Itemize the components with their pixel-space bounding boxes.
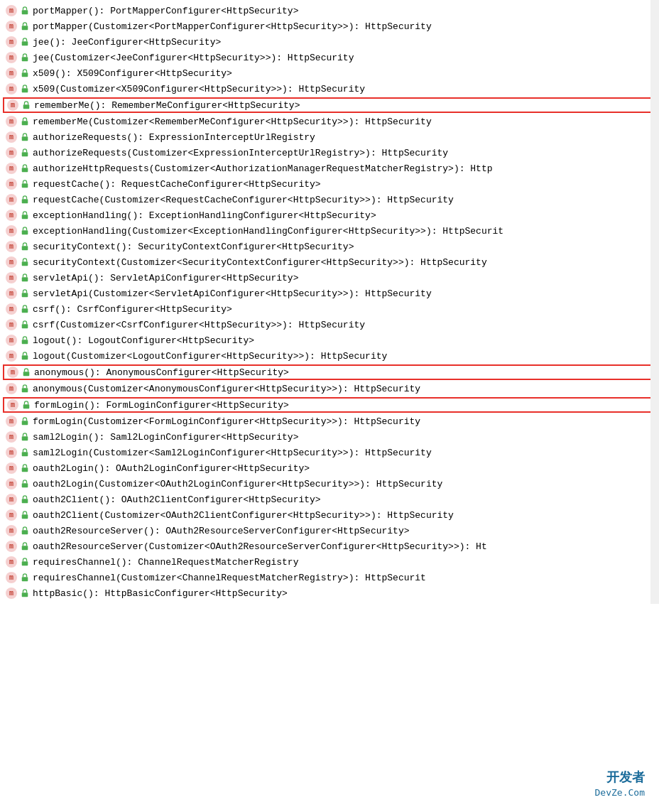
list-item[interactable]: m x509(Customizer<X509Configurer<HttpSec…: [0, 81, 659, 97]
lock-icon: [20, 210, 30, 220]
lock-icon: [20, 494, 30, 504]
list-item[interactable]: m oauth2ResourceServer(): OAuth2Resource…: [0, 523, 659, 538]
list-item[interactable]: m saml2Login(Customizer<Saml2LoginConfig…: [0, 445, 659, 460]
list-item[interactable]: m securityContext(Customizer<SecurityCon…: [0, 254, 659, 270]
item-text: rememberMe(): RememberMeConfigurer<HttpS…: [34, 100, 300, 111]
svg-rect-11: [22, 183, 28, 188]
svg-rect-37: [22, 592, 28, 597]
list-item[interactable]: m requiresChannel(Customizer<ChannelRequ…: [0, 570, 659, 585]
method-badge: m: [6, 163, 17, 174]
list-item[interactable]: m x509(): X509Configurer<HttpSecurity>: [0, 65, 659, 81]
svg-rect-12: [22, 199, 28, 203]
method-badge: m: [7, 99, 18, 111]
item-text: saml2Login(Customizer<Saml2LoginConfigur…: [33, 448, 432, 458]
svg-rect-21: [22, 340, 28, 344]
list-item[interactable]: m jee(): JeeConfigurer<HttpSecurity>: [0, 34, 659, 50]
item-text: servletApi(Customizer<ServletApiConfigur…: [33, 288, 432, 299]
lock-icon: [20, 416, 30, 426]
lock-icon: [20, 132, 30, 142]
svg-rect-28: [22, 452, 28, 456]
list-item[interactable]: m rememberMe(): RememberMeConfigurer<Htt…: [3, 97, 656, 113]
method-badge: m: [6, 462, 17, 474]
list-item[interactable]: m oauth2Login(): OAuth2LoginConfigurer<H…: [0, 460, 659, 476]
lock-icon: [20, 304, 30, 314]
list-item[interactable]: m formLogin(): FormLoginConfigurer<HttpS…: [3, 397, 656, 413]
lock-icon: [20, 384, 30, 394]
list-item[interactable]: m servletApi(): ServletApiConfigurer<Htt…: [0, 270, 659, 286]
method-badge: m: [6, 225, 17, 237]
svg-rect-2: [22, 41, 28, 45]
list-item[interactable]: m anonymous(): AnonymousConfigurer<HttpS…: [3, 364, 656, 380]
lock-icon: [20, 242, 30, 251]
svg-rect-27: [22, 436, 28, 440]
list-item[interactable]: m logout(): LogoutConfigurer<HttpSecurit…: [0, 332, 659, 348]
svg-rect-34: [22, 546, 28, 550]
list-item[interactable]: m securityContext(): SecurityContextConf…: [0, 239, 659, 254]
item-text: authorizeRequests(): ExpressionIntercept…: [33, 132, 315, 143]
list-item[interactable]: m oauth2ResourceServer(Customizer<OAuth2…: [0, 538, 659, 554]
svg-rect-15: [22, 246, 28, 250]
scrollbar[interactable]: [650, 0, 659, 604]
method-badge: m: [6, 416, 17, 427]
method-badge: m: [6, 335, 17, 346]
method-badge: m: [6, 178, 17, 190]
method-badge: m: [6, 509, 17, 521]
method-badge: m: [6, 256, 17, 268]
method-badge: m: [6, 541, 17, 552]
lock-icon: [21, 367, 31, 377]
method-badge: m: [6, 147, 17, 158]
item-text: csrf(): CsrfConfigurer<HttpSecurity>: [33, 304, 232, 315]
list-item[interactable]: m portMapper(): PortMapperConfigurer<Htt…: [0, 3, 659, 18]
list-item[interactable]: m saml2Login(): Saml2LoginConfigurer<Htt…: [0, 429, 659, 445]
list-item[interactable]: m oauth2Login(Customizer<OAuth2LoginConf…: [0, 476, 659, 492]
svg-rect-14: [22, 230, 28, 234]
list-item[interactable]: m oauth2Client(): OAuth2ClientConfigurer…: [0, 492, 659, 507]
item-text: oauth2Client(): OAuth2ClientConfigurer<H…: [33, 494, 321, 505]
method-badge: m: [6, 210, 17, 221]
item-text: anonymous(): AnonymousConfigurer<HttpSec…: [34, 367, 289, 378]
item-text: authorizeRequests(Customizer<ExpressionI…: [33, 148, 448, 158]
list-item[interactable]: m requestCache(): RequestCacheConfigurer…: [0, 176, 659, 192]
svg-rect-3: [22, 57, 28, 61]
list-item[interactable]: m portMapper(Customizer<PortMapperConfig…: [0, 18, 659, 34]
list-item[interactable]: m logout(Customizer<LogoutConfigurer<Htt…: [0, 348, 659, 364]
list-item[interactable]: m anonymous(Customizer<AnonymousConfigur…: [0, 381, 659, 396]
method-badge: m: [6, 194, 17, 205]
svg-rect-16: [22, 261, 28, 266]
svg-rect-8: [22, 136, 28, 141]
list-item[interactable]: m exceptionHandling(): ExceptionHandling…: [0, 207, 659, 223]
svg-rect-20: [22, 324, 28, 328]
item-text: x509(Customizer<X509Configurer<HttpSecur…: [33, 84, 365, 94]
list-item[interactable]: m authorizeRequests(Customizer<Expressio…: [0, 145, 659, 161]
method-badge: m: [6, 572, 17, 583]
list-item[interactable]: m requiresChannel(): ChannelRequestMatch…: [0, 554, 659, 570]
method-badge: m: [6, 525, 17, 536]
list-item[interactable]: m requestCache(Customizer<RequestCacheCo…: [0, 192, 659, 207]
method-badge: m: [6, 556, 17, 568]
list-item[interactable]: m jee(Customizer<JeeConfigurer<HttpSecur…: [0, 50, 659, 65]
svg-rect-9: [22, 152, 28, 156]
method-badge: m: [6, 447, 17, 458]
lock-icon: [20, 226, 30, 236]
list-item[interactable]: m formLogin(Customizer<FormLoginConfigur…: [0, 413, 659, 429]
item-text: securityContext(Customizer<SecurityConte…: [33, 257, 487, 268]
list-item[interactable]: m oauth2Client(Customizer<OAuth2ClientCo…: [0, 507, 659, 523]
svg-rect-24: [22, 388, 28, 392]
list-item[interactable]: m csrf(): CsrfConfigurer<HttpSecurity>: [0, 301, 659, 317]
lock-icon: [20, 573, 30, 583]
svg-rect-4: [22, 72, 28, 77]
watermark-top: 开发者: [606, 769, 645, 786]
lock-icon: [20, 288, 30, 298]
method-badge: m: [6, 116, 17, 127]
list-item[interactable]: m servletApi(Customizer<ServletApiConfig…: [0, 286, 659, 301]
list-item[interactable]: m authorizeHttpRequests(Customizer<Autho…: [0, 161, 659, 176]
lock-icon: [20, 273, 30, 283]
list-item[interactable]: m rememberMe(Customizer<RememberMeConfig…: [0, 114, 659, 129]
list-item[interactable]: m httpBasic(): HttpBasicConfigurer<HttpS…: [0, 585, 659, 601]
list-item[interactable]: m authorizeRequests(): ExpressionInterce…: [0, 129, 659, 145]
list-item[interactable]: m csrf(Customizer<CsrfConfigurer<HttpSec…: [0, 317, 659, 332]
svg-rect-26: [22, 421, 28, 425]
item-text: x509(): X509Configurer<HttpSecurity>: [33, 68, 232, 79]
list-item[interactable]: m exceptionHandling(Customizer<Exception…: [0, 223, 659, 239]
svg-rect-1: [22, 26, 28, 30]
